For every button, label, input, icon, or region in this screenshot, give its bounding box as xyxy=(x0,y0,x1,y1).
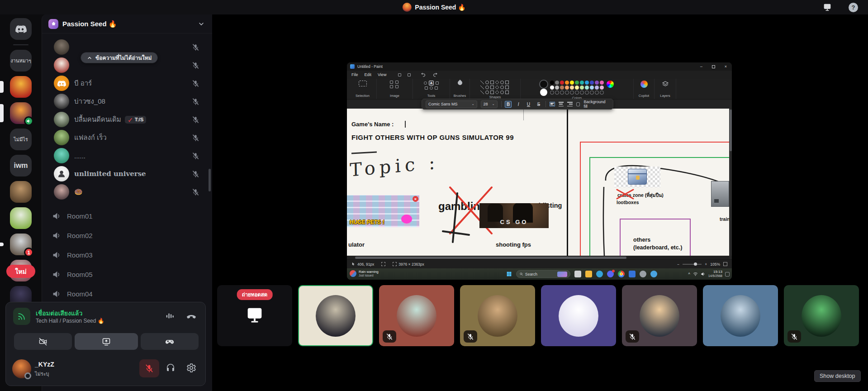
shooting-fps-caption: shooting fps xyxy=(496,241,531,248)
member-row[interactable]: ...... xyxy=(42,147,212,165)
server-iwm[interactable]: iwm xyxy=(10,155,32,176)
tile-participant-2[interactable] xyxy=(379,285,454,346)
ribbon-group-tools: ATools xyxy=(413,79,450,99)
deafen-button[interactable] xyxy=(165,362,176,373)
canvas-topic-handwriting: Topic : xyxy=(350,152,439,180)
server-mai-mee-rai[interactable]: ไม่มีไร xyxy=(10,129,32,150)
brush-icon xyxy=(456,80,463,86)
member-row[interactable]: ปลื้มคนดีคนเดิมT:/S xyxy=(42,110,212,129)
discord-app: Passion Seed 🔥 ? งานหมาๆไม่มีไรiwm1ใหม่ … xyxy=(0,0,868,391)
mic-muted-icon xyxy=(192,170,199,178)
pet-sim-close-icon: × xyxy=(413,196,418,202)
user-status-text: ไม่ระบุ xyxy=(35,370,49,378)
server-initials: ไม่มีไร xyxy=(14,137,28,142)
discord-home[interactable] xyxy=(10,18,32,40)
mic-muted-icon xyxy=(192,62,199,69)
canvas-divider-line xyxy=(567,109,568,256)
taskbar-app-app-blue-icon xyxy=(629,271,636,277)
mic-muted-icon xyxy=(192,98,199,105)
mic-muted-icon xyxy=(192,116,199,124)
tile-participant-4[interactable] xyxy=(541,285,616,346)
pet-simulator-image: × HUGE PETS ! xyxy=(347,195,419,227)
unread-messages-pill[interactable]: ข้อความที่ไม่ได้อ่านใหม่ xyxy=(81,52,158,63)
tray-date: 14/5/2568 xyxy=(708,274,722,278)
paint-ribbon: SelectionImageAToolsBrushesShapesColorsC… xyxy=(347,79,732,100)
close-icon: × xyxy=(720,62,732,71)
voice-channel-row[interactable]: Room03 xyxy=(42,245,212,265)
paint-title-bar: Untitled - Paint –× xyxy=(347,62,732,71)
mic-muted-icon xyxy=(192,188,199,196)
disconnect-call-icon[interactable] xyxy=(186,311,197,322)
voice-channel-row[interactable]: Room05 xyxy=(42,265,212,284)
weather-icon xyxy=(350,270,356,277)
sword-icon xyxy=(128,117,133,123)
server-header[interactable]: Passion Seed 🔥 xyxy=(42,14,212,33)
member-avatar xyxy=(54,184,69,200)
windows-icon xyxy=(506,271,512,277)
voice-activity-icon[interactable] xyxy=(165,311,175,321)
server-initials: iwm xyxy=(14,162,28,170)
screen-share-video[interactable]: Untitled - Paint –× FileEditView Selecti… xyxy=(347,62,732,280)
red-x-over-crates xyxy=(616,188,635,200)
font-size-select: 28⌄ xyxy=(481,100,498,108)
participant-avatar xyxy=(397,295,436,337)
tile-participant-7[interactable] xyxy=(784,285,859,346)
taskbar-app-gimp-icon xyxy=(640,271,646,277)
voice-channel-title: Passion Seed 🔥 xyxy=(402,0,465,14)
new-server-pill[interactable]: ใหม่ xyxy=(6,265,35,278)
tile-muted-badge xyxy=(626,330,639,343)
mic-muted-icon xyxy=(192,80,199,87)
member-row[interactable]: 🍩 xyxy=(42,183,212,201)
tile-participant-5[interactable] xyxy=(622,285,697,346)
voice-channel-name: Room04 xyxy=(67,290,93,298)
copilot-icon xyxy=(640,81,648,88)
others-label-2: (leaderboard, etc.) xyxy=(633,244,682,251)
tile-participant-3[interactable] xyxy=(460,285,535,346)
tile-participant-6[interactable] xyxy=(703,285,778,346)
speaker-icon xyxy=(52,289,62,299)
tile-stream-preview[interactable]: ถ่ายทอดสด xyxy=(217,285,292,346)
activity-button[interactable] xyxy=(141,333,199,350)
help-button[interactable]: ? xyxy=(849,3,858,12)
voice-channel-row[interactable]: Room01 xyxy=(42,206,212,226)
chevron-down-icon[interactable] xyxy=(198,20,205,28)
camera-button[interactable] xyxy=(14,333,72,350)
taskbar-app-edge-beta-icon xyxy=(650,271,657,277)
screen-share-status-icon[interactable] xyxy=(821,2,833,12)
layers-icon xyxy=(662,81,669,88)
participant-avatar xyxy=(316,295,356,337)
undo-icon xyxy=(421,72,426,77)
member-avatar xyxy=(54,112,69,127)
server-among-us[interactable] xyxy=(10,76,32,98)
sidebar-scrollbar[interactable] xyxy=(209,169,211,191)
voice-channel-row[interactable]: Room04 xyxy=(42,284,212,304)
member-row[interactable]: บี อาร์ xyxy=(42,74,212,92)
tile-participant-1[interactable] xyxy=(298,285,373,346)
member-row[interactable]: unlimited universe xyxy=(42,165,212,183)
style-u-button: U xyxy=(525,101,531,108)
server-ngan-mah[interactable]: งานหมาๆ xyxy=(10,50,32,72)
user-status-dot xyxy=(24,372,31,379)
maximize-icon xyxy=(707,62,720,71)
image-tool-icon xyxy=(408,73,411,76)
ribbon-group-selection: Selection xyxy=(349,79,377,99)
settings-gear-icon[interactable] xyxy=(186,362,197,373)
voice-channel-row[interactable]: Room02 xyxy=(42,226,212,245)
voice-channel-name: Room01 xyxy=(67,212,93,220)
screen-share-button[interactable] xyxy=(75,333,138,350)
member-avatar xyxy=(54,94,69,109)
zoom-out-icon: − xyxy=(677,262,679,267)
server-green-doll[interactable] xyxy=(10,207,32,229)
search-icon xyxy=(519,272,523,276)
paint-menu-view: View xyxy=(378,72,386,77)
server-monkey[interactable] xyxy=(10,181,32,203)
mute-microphone-button[interactable] xyxy=(139,359,159,377)
member-row[interactable]: บ่าวซง_08 xyxy=(42,92,212,110)
weather-line-2: Just issued xyxy=(359,274,379,277)
ribbon-group-label: Copilot xyxy=(639,94,649,98)
member-row[interactable]: แฟลงก์ เร็ว xyxy=(42,129,212,147)
member-avatar xyxy=(54,130,69,145)
speaker-icon xyxy=(701,272,706,277)
paint-status-bar: 406, 91px3976 × 2363px−+105% xyxy=(347,259,732,268)
voice-channel-location[interactable]: Tech Hall / Passion Seed 🔥 xyxy=(36,318,104,324)
